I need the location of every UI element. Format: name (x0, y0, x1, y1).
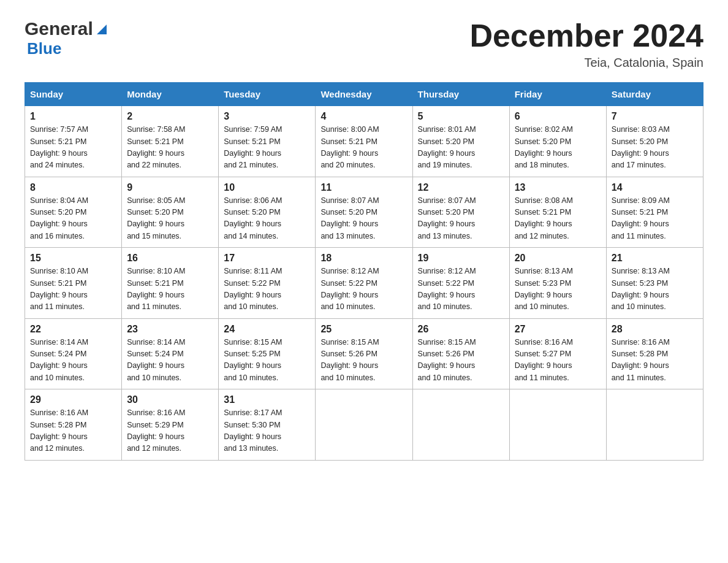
day-number: 17 (224, 253, 310, 264)
calendar-cell: 2 Sunrise: 7:58 AMSunset: 5:21 PMDayligh… (122, 106, 219, 177)
day-number: 27 (515, 324, 601, 335)
day-number: 15 (30, 253, 116, 264)
weekday-header-saturday: Saturday (606, 83, 703, 106)
day-info: Sunrise: 7:58 AMSunset: 5:21 PMDaylight:… (127, 125, 185, 169)
logo: General Blue (25, 18, 109, 58)
day-info: Sunrise: 8:15 AMSunset: 5:26 PMDaylight:… (418, 338, 476, 382)
title-area: December 2024 Teia, Catalonia, Spain (469, 18, 703, 70)
svg-marker-0 (97, 25, 107, 34)
calendar-cell: 31 Sunrise: 8:17 AMSunset: 5:30 PMDaylig… (219, 389, 316, 461)
calendar-cell: 21 Sunrise: 8:13 AMSunset: 5:23 PMDaylig… (606, 248, 703, 319)
calendar-table: SundayMondayTuesdayWednesdayThursdayFrid… (25, 82, 703, 461)
calendar-cell (509, 389, 606, 461)
day-info: Sunrise: 8:07 AMSunset: 5:20 PMDaylight:… (418, 196, 476, 240)
day-number: 2 (127, 111, 213, 122)
weekday-header-wednesday: Wednesday (316, 83, 412, 106)
day-info: Sunrise: 8:16 AMSunset: 5:29 PMDaylight:… (127, 408, 185, 453)
month-title: December 2024 (469, 18, 703, 53)
calendar-cell: 1 Sunrise: 7:57 AMSunset: 5:21 PMDayligh… (25, 106, 122, 177)
calendar-cell: 22 Sunrise: 8:14 AMSunset: 5:24 PMDaylig… (25, 318, 122, 389)
calendar-week-row: 8 Sunrise: 8:04 AMSunset: 5:20 PMDayligh… (25, 177, 703, 248)
logo-blue-text: Blue (27, 39, 61, 58)
calendar-cell: 7 Sunrise: 8:03 AMSunset: 5:20 PMDayligh… (606, 106, 703, 177)
day-number: 9 (127, 182, 213, 193)
day-info: Sunrise: 8:03 AMSunset: 5:20 PMDaylight:… (612, 125, 670, 169)
calendar-week-row: 29 Sunrise: 8:16 AMSunset: 5:28 PMDaylig… (25, 389, 703, 461)
day-info: Sunrise: 8:01 AMSunset: 5:20 PMDaylight:… (418, 125, 476, 169)
calendar-cell: 14 Sunrise: 8:09 AMSunset: 5:21 PMDaylig… (606, 177, 703, 248)
day-number: 5 (418, 111, 504, 122)
calendar-cell: 30 Sunrise: 8:16 AMSunset: 5:29 PMDaylig… (122, 389, 219, 461)
calendar-cell (412, 389, 509, 461)
day-info: Sunrise: 8:00 AMSunset: 5:21 PMDaylight:… (320, 125, 379, 169)
day-info: Sunrise: 8:16 AMSunset: 5:28 PMDaylight:… (612, 338, 670, 382)
day-info: Sunrise: 8:06 AMSunset: 5:20 PMDaylight:… (224, 196, 282, 240)
day-info: Sunrise: 8:07 AMSunset: 5:20 PMDaylight:… (320, 196, 379, 240)
calendar-cell: 9 Sunrise: 8:05 AMSunset: 5:20 PMDayligh… (122, 177, 219, 248)
day-info: Sunrise: 8:16 AMSunset: 5:28 PMDaylight:… (30, 408, 88, 453)
day-number: 16 (127, 253, 213, 264)
day-number: 1 (30, 111, 116, 122)
day-number: 24 (224, 324, 310, 335)
day-info: Sunrise: 8:15 AMSunset: 5:25 PMDaylight:… (224, 338, 282, 382)
calendar-cell: 23 Sunrise: 8:14 AMSunset: 5:24 PMDaylig… (122, 318, 219, 389)
page-header: General Blue December 2024 Teia, Catalon… (25, 18, 703, 70)
day-info: Sunrise: 8:08 AMSunset: 5:21 PMDaylight:… (515, 196, 573, 240)
calendar-header-row: SundayMondayTuesdayWednesdayThursdayFrid… (25, 83, 703, 106)
day-number: 21 (612, 253, 698, 264)
day-number: 26 (418, 324, 504, 335)
day-info: Sunrise: 8:16 AMSunset: 5:27 PMDaylight:… (515, 338, 573, 382)
day-number: 3 (224, 111, 310, 122)
day-info: Sunrise: 8:13 AMSunset: 5:23 PMDaylight:… (515, 267, 573, 311)
calendar-cell: 4 Sunrise: 8:00 AMSunset: 5:21 PMDayligh… (316, 106, 412, 177)
day-info: Sunrise: 8:02 AMSunset: 5:20 PMDaylight:… (515, 125, 573, 169)
calendar-cell: 15 Sunrise: 8:10 AMSunset: 5:21 PMDaylig… (25, 248, 122, 319)
calendar-cell: 6 Sunrise: 8:02 AMSunset: 5:20 PMDayligh… (509, 106, 606, 177)
calendar-cell: 12 Sunrise: 8:07 AMSunset: 5:20 PMDaylig… (412, 177, 509, 248)
calendar-cell (316, 389, 412, 461)
calendar-cell: 13 Sunrise: 8:08 AMSunset: 5:21 PMDaylig… (509, 177, 606, 248)
weekday-header-tuesday: Tuesday (219, 83, 316, 106)
day-info: Sunrise: 8:14 AMSunset: 5:24 PMDaylight:… (127, 338, 185, 382)
day-info: Sunrise: 8:10 AMSunset: 5:21 PMDaylight:… (127, 267, 185, 311)
calendar-cell: 8 Sunrise: 8:04 AMSunset: 5:20 PMDayligh… (25, 177, 122, 248)
day-info: Sunrise: 7:59 AMSunset: 5:21 PMDaylight:… (224, 125, 282, 169)
day-number: 31 (224, 394, 310, 405)
calendar-week-row: 1 Sunrise: 7:57 AMSunset: 5:21 PMDayligh… (25, 106, 703, 177)
day-info: Sunrise: 8:12 AMSunset: 5:22 PMDaylight:… (418, 267, 476, 311)
weekday-header-sunday: Sunday (25, 83, 122, 106)
day-number: 29 (30, 394, 116, 405)
day-info: Sunrise: 8:10 AMSunset: 5:21 PMDaylight:… (30, 267, 88, 311)
calendar-cell: 27 Sunrise: 8:16 AMSunset: 5:27 PMDaylig… (509, 318, 606, 389)
calendar-cell: 3 Sunrise: 7:59 AMSunset: 5:21 PMDayligh… (219, 106, 316, 177)
weekday-header-thursday: Thursday (412, 83, 509, 106)
calendar-cell: 11 Sunrise: 8:07 AMSunset: 5:20 PMDaylig… (316, 177, 412, 248)
calendar-cell: 25 Sunrise: 8:15 AMSunset: 5:26 PMDaylig… (316, 318, 412, 389)
day-info: Sunrise: 8:09 AMSunset: 5:21 PMDaylight:… (612, 196, 670, 240)
calendar-cell: 16 Sunrise: 8:10 AMSunset: 5:21 PMDaylig… (122, 248, 219, 319)
calendar-cell: 19 Sunrise: 8:12 AMSunset: 5:22 PMDaylig… (412, 248, 509, 319)
logo-general-text: General (25, 18, 93, 39)
calendar-cell: 10 Sunrise: 8:06 AMSunset: 5:20 PMDaylig… (219, 177, 316, 248)
day-info: Sunrise: 8:13 AMSunset: 5:23 PMDaylight:… (612, 267, 670, 311)
day-info: Sunrise: 8:11 AMSunset: 5:22 PMDaylight:… (224, 267, 282, 311)
calendar-week-row: 15 Sunrise: 8:10 AMSunset: 5:21 PMDaylig… (25, 248, 703, 319)
calendar-cell: 26 Sunrise: 8:15 AMSunset: 5:26 PMDaylig… (412, 318, 509, 389)
day-number: 25 (320, 324, 407, 335)
day-number: 28 (612, 324, 698, 335)
day-number: 20 (515, 253, 601, 264)
day-number: 8 (30, 182, 116, 193)
day-number: 4 (320, 111, 407, 122)
day-number: 18 (320, 253, 407, 264)
day-number: 22 (30, 324, 116, 335)
day-number: 12 (418, 182, 504, 193)
day-number: 30 (127, 394, 213, 405)
day-number: 7 (612, 111, 698, 122)
day-number: 23 (127, 324, 213, 335)
day-number: 13 (515, 182, 601, 193)
day-info: Sunrise: 8:15 AMSunset: 5:26 PMDaylight:… (320, 338, 379, 382)
day-info: Sunrise: 8:14 AMSunset: 5:24 PMDaylight:… (30, 338, 88, 382)
calendar-cell: 29 Sunrise: 8:16 AMSunset: 5:28 PMDaylig… (25, 389, 122, 461)
calendar-cell: 18 Sunrise: 8:12 AMSunset: 5:22 PMDaylig… (316, 248, 412, 319)
day-info: Sunrise: 8:04 AMSunset: 5:20 PMDaylight:… (30, 196, 88, 240)
